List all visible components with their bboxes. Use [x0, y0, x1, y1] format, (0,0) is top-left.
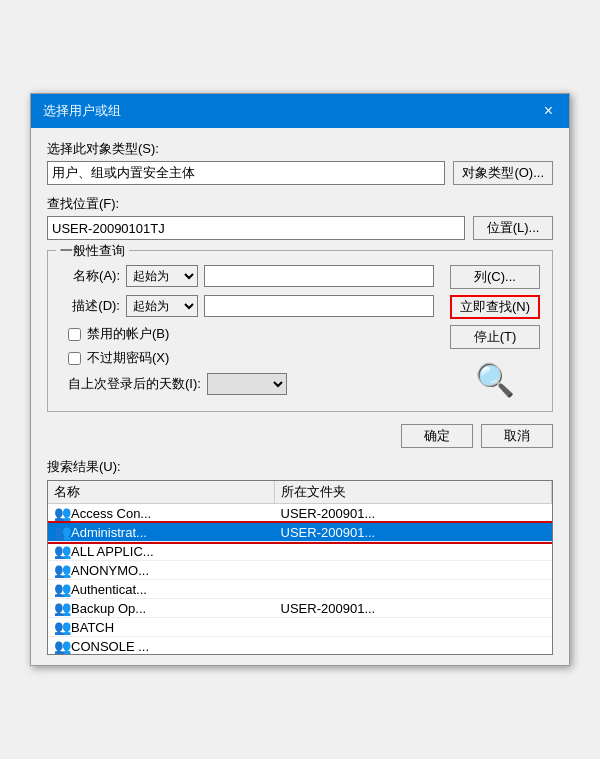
dialog-title: 选择用户或组 [43, 102, 121, 120]
row-folder-cell: USER-200901... [275, 523, 552, 542]
col-folder-header: 所在文件夹 [275, 481, 552, 504]
disabled-account-label: 禁用的帐户(B) [87, 325, 169, 343]
row-folder-cell: USER-200901... [275, 599, 552, 618]
desc-select[interactable]: 起始为 [126, 295, 198, 317]
table-row[interactable]: 👥Authenticat... [48, 580, 552, 599]
table-row[interactable]: 👥Access Con...USER-200901... [48, 504, 552, 523]
no-expire-row: 不过期密码(X) [68, 349, 434, 367]
name-row: 名称(A): 起始为 [60, 265, 434, 287]
name-select[interactable]: 起始为 [126, 265, 198, 287]
table-row[interactable]: 👥BATCH [48, 618, 552, 637]
location-button[interactable]: 位置(L)... [473, 216, 553, 240]
object-type-input[interactable] [47, 161, 445, 185]
days-label: 自上次登录后的天数(I): [68, 375, 201, 393]
object-type-input-row: 对象类型(O)... [47, 161, 553, 185]
object-type-row: 选择此对象类型(S): 对象类型(O)... [47, 140, 553, 185]
user-icon: 👥 [54, 638, 71, 654]
row-folder-cell [275, 637, 552, 656]
user-icon: 👥 [54, 600, 71, 616]
row-name-cell: 👥Authenticat... [48, 580, 275, 599]
user-icon: 👥 [54, 562, 71, 578]
results-tbody: 👥Access Con...USER-200901...👥Administrat… [48, 504, 552, 656]
select-user-dialog: 选择用户或组 × 选择此对象类型(S): 对象类型(O)... 查找位置(F):… [30, 93, 570, 666]
table-row[interactable]: 👥CONSOLE ... [48, 637, 552, 656]
search-now-button[interactable]: 立即查找(N) [450, 295, 540, 319]
row-name-cell: 👥ANONYMO... [48, 561, 275, 580]
title-bar: 选择用户或组 × [31, 94, 569, 128]
close-button[interactable]: × [540, 103, 557, 119]
table-row[interactable]: 👥Administrat...USER-200901... [48, 523, 552, 542]
table-row[interactable]: 👥ALL APPLIC... [48, 542, 552, 561]
object-type-label: 选择此对象类型(S): [47, 140, 553, 158]
results-label: 搜索结果(U): [47, 458, 553, 476]
no-expire-label: 不过期密码(X) [87, 349, 169, 367]
columns-button[interactable]: 列(C)... [450, 265, 540, 289]
row-folder-cell: USER-200901... [275, 504, 552, 523]
name-label: 名称(A): [60, 267, 120, 285]
user-icon: 👥 [54, 505, 71, 521]
col-name-header: 名称 [48, 481, 275, 504]
row-name-cell: 👥BATCH [48, 618, 275, 637]
row-name-cell: 👥Backup Op... [48, 599, 275, 618]
user-icon: 👥 [54, 543, 71, 559]
cancel-button[interactable]: 取消 [481, 424, 553, 448]
table-row[interactable]: 👥Backup Op...USER-200901... [48, 599, 552, 618]
ok-cancel-row: 确定 取消 [47, 424, 553, 448]
location-label: 查找位置(F): [47, 195, 553, 213]
name-input[interactable] [204, 265, 434, 287]
disabled-account-row: 禁用的帐户(B) [68, 325, 434, 343]
row-folder-cell [275, 580, 552, 599]
search-icon-area: 🔍 [450, 361, 540, 399]
days-select[interactable] [207, 373, 287, 395]
search-icon: 🔍 [475, 362, 515, 398]
row-name-cell: 👥ALL APPLIC... [48, 542, 275, 561]
dialog-body: 选择此对象类型(S): 对象类型(O)... 查找位置(F): 位置(L)...… [31, 128, 569, 665]
location-input[interactable] [47, 216, 465, 240]
desc-row: 描述(D): 起始为 [60, 295, 434, 317]
disabled-account-checkbox[interactable] [68, 328, 81, 341]
results-section: 搜索结果(U): 名称 所在文件夹 👥Access Con...USER-200… [47, 458, 553, 655]
row-name-cell: 👥CONSOLE ... [48, 637, 275, 656]
results-table-wrapper[interactable]: 名称 所在文件夹 👥Access Con...USER-200901...👥Ad… [47, 480, 553, 655]
days-row: 自上次登录后的天数(I): [68, 373, 434, 395]
row-folder-cell [275, 561, 552, 580]
row-name-cell: 👥Access Con... [48, 504, 275, 523]
user-icon: 👥 [54, 524, 71, 540]
general-query-group: 一般性查询 名称(A): 起始为 描述(D): [47, 250, 553, 412]
desc-input[interactable] [204, 295, 434, 317]
row-folder-cell [275, 618, 552, 637]
user-icon: 👥 [54, 581, 71, 597]
desc-label: 描述(D): [60, 297, 120, 315]
query-fields: 名称(A): 起始为 描述(D): 起始为 [60, 265, 434, 399]
ok-button[interactable]: 确定 [401, 424, 473, 448]
table-header-row: 名称 所在文件夹 [48, 481, 552, 504]
right-buttons: 列(C)... 立即查找(N) 停止(T) 🔍 [450, 265, 540, 399]
location-input-row: 位置(L)... [47, 216, 553, 240]
stop-button[interactable]: 停止(T) [450, 325, 540, 349]
no-expire-checkbox[interactable] [68, 352, 81, 365]
object-type-button[interactable]: 对象类型(O)... [453, 161, 553, 185]
results-table: 名称 所在文件夹 👥Access Con...USER-200901...👥Ad… [48, 481, 552, 655]
user-icon: 👥 [54, 619, 71, 635]
table-row[interactable]: 👥ANONYMO... [48, 561, 552, 580]
row-folder-cell [275, 542, 552, 561]
row-name-cell: 👥Administrat... [48, 523, 275, 542]
location-row: 查找位置(F): 位置(L)... [47, 195, 553, 240]
general-query-legend: 一般性查询 [56, 242, 129, 260]
